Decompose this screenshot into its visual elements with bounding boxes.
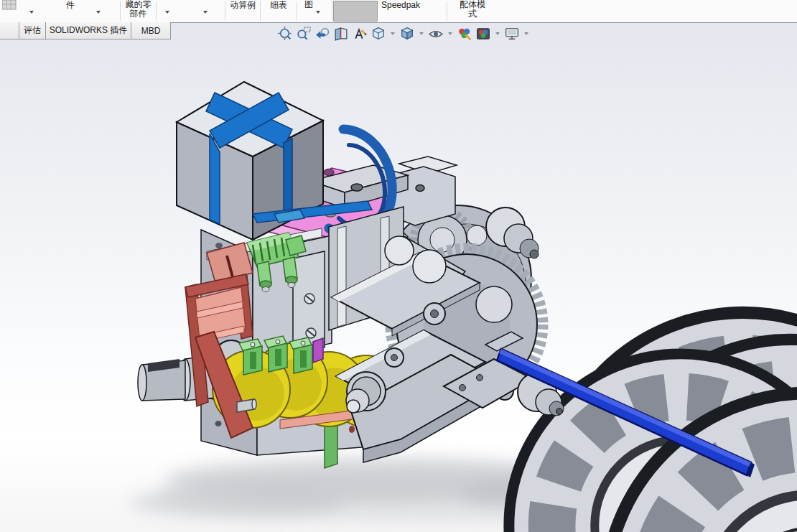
- green-clamps[interactable]: [239, 336, 312, 375]
- zoom-to-area-icon[interactable]: [296, 26, 312, 42]
- view-orientation-icon[interactable]: [370, 26, 386, 42]
- active-ribbon-button[interactable]: [333, 1, 378, 22]
- zoom-to-fit-icon[interactable]: [277, 26, 293, 42]
- ribbon-dropdown-1[interactable]: [29, 11, 34, 14]
- command-manager-ribbon: 件 藏的零部件 动算例 细表 图 Speedpak 配体模式: [0, 0, 797, 23]
- section-view-icon[interactable]: [333, 26, 349, 42]
- tab-solidworks-addins[interactable]: SOLIDWORKS 插件: [45, 22, 131, 39]
- dynamic-annotation-views-icon[interactable]: [352, 26, 368, 42]
- motion-table-icon[interactable]: [2, 0, 17, 10]
- command-manager-tabs: 评估 SOLIDWORKS 插件 MBD: [0, 22, 171, 39]
- large-assembly-mode-button[interactable]: 配体模式: [452, 0, 493, 19]
- ribbon-dropdown-3[interactable]: [165, 11, 169, 14]
- apply-scene-icon[interactable]: [475, 26, 491, 42]
- ribbon-dropdown-4[interactable]: [203, 11, 208, 14]
- ribbon-separator: [297, 1, 298, 21]
- tab-evaluate[interactable]: 评估: [19, 22, 46, 39]
- dropdown-caret-icon[interactable]: [391, 32, 395, 35]
- edit-appearance-icon[interactable]: [457, 26, 472, 42]
- dropdown-caret-icon[interactable]: [419, 32, 424, 35]
- dropdown-caret-icon[interactable]: [448, 32, 452, 35]
- exploded-view-button[interactable]: 图: [300, 0, 317, 9]
- ribbon-dropdown-5[interactable]: [316, 11, 320, 14]
- view-settings-icon[interactable]: [504, 26, 520, 42]
- tab-mbd[interactable]: MBD: [131, 22, 171, 39]
- heads-up-view-toolbar: [277, 26, 530, 42]
- assembly-model[interactable]: [0, 22, 797, 532]
- solidworks-window: 件 藏的零部件 动算例 细表 图 Speedpak 配体模式 评估 SOLIDW…: [0, 0, 797, 532]
- ribbon-separator: [447, 1, 448, 21]
- ribbon-dropdown-2[interactable]: [96, 11, 101, 14]
- hide-show-items-icon[interactable]: [428, 26, 444, 42]
- red-plug: [349, 426, 355, 433]
- motion-study-button[interactable]: 动算例: [226, 1, 259, 10]
- speedpak-button[interactable]: Speedpak: [379, 1, 422, 10]
- display-style-icon[interactable]: [399, 26, 415, 42]
- ribbon-separator: [156, 1, 157, 21]
- dropdown-caret-icon[interactable]: [495, 32, 500, 35]
- bom-button[interactable]: 细表: [261, 1, 296, 10]
- viewport-3d[interactable]: [0, 22, 797, 532]
- dropdown-caret-icon[interactable]: [524, 32, 528, 35]
- tab-partial[interactable]: [0, 22, 19, 39]
- purple-spacer[interactable]: [313, 338, 323, 363]
- insert-components-button[interactable]: 件: [57, 1, 83, 10]
- show-hidden-components-button[interactable]: 藏的零部件: [121, 0, 156, 19]
- previous-view-icon[interactable]: [314, 26, 330, 42]
